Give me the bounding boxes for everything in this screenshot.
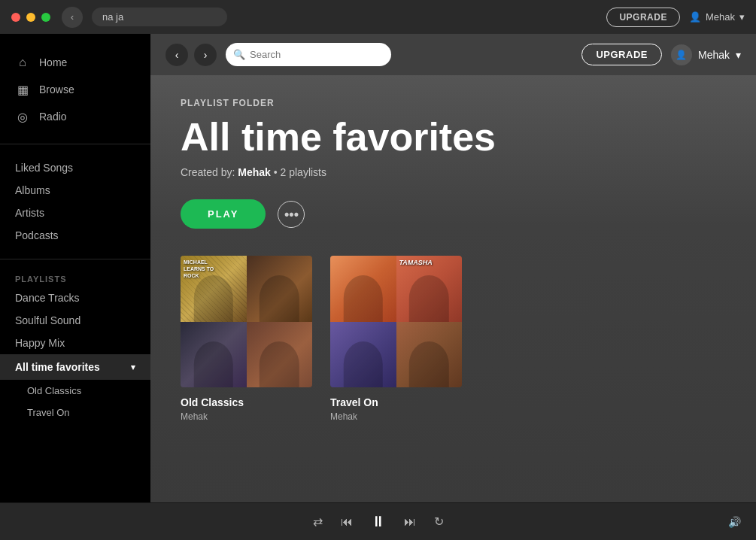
title-bar-right: UPGRADE 👤 Mehak ▾ [606, 8, 745, 27]
upgrade-button[interactable]: UPGRADE [581, 44, 662, 65]
upgrade-button-titlebar[interactable]: UPGRADE [606, 8, 680, 27]
browse-icon: ▦ [15, 82, 30, 97]
chevron-down-icon: ▾ [131, 363, 135, 372]
folder-type-label: PLAYLIST FOLDER [181, 98, 726, 108]
window-controls [11, 13, 50, 22]
playlists-count: 2 playlists [281, 166, 326, 178]
meta-separator: • [274, 166, 281, 178]
more-options-button[interactable]: ••• [278, 201, 305, 228]
user-label: Mehak [698, 49, 730, 61]
shuffle-icon[interactable]: ⇄ [313, 514, 323, 529]
play-button[interactable]: PLAY [181, 199, 266, 229]
minimize-button[interactable] [26, 13, 35, 22]
travel-on-cover: TAMASHA [330, 256, 462, 387]
avatar: 👤 [671, 44, 692, 65]
album-art-to4 [396, 322, 463, 388]
sidebar-item-albums[interactable]: Albums [0, 179, 150, 202]
creator-name: Mehak [238, 166, 271, 178]
sidebar: ⌂ Home ▦ Browse ◎ Radio Liked Songs Albu… [0, 34, 150, 502]
title-bar-nav: ‹ [62, 7, 83, 28]
sidebar-item-browse-label: Browse [39, 83, 74, 96]
topbar-nav: ‹ › [165, 44, 217, 66]
playlist-card-travel-on[interactable]: TAMASHA Travel On Mehak [330, 256, 462, 422]
user-menu[interactable]: 👤 Mehak ▾ [671, 44, 741, 65]
album-art-oc1: MICHAELLEARNS TOROCK [181, 256, 247, 322]
playlist-card-old-classics[interactable]: MICHAELLEARNS TOROCK [181, 256, 312, 422]
maximize-button[interactable] [41, 13, 50, 22]
user-menu-titlebar[interactable]: 👤 Mehak ▾ [689, 11, 745, 23]
title-bar: ‹ UPGRADE 👤 Mehak ▾ [0, 0, 756, 34]
sidebar-sub-items: Old Classics Travel On [0, 380, 150, 423]
created-by-label: Created by: [181, 166, 235, 178]
sidebar-item-podcasts[interactable]: Podcasts [0, 224, 150, 247]
old-classics-subtitle: Mehak [181, 411, 312, 422]
top-bar: ‹ › 🔍 UPGRADE 👤 Mehak ▾ [150, 34, 756, 75]
forward-button[interactable]: › [194, 44, 217, 66]
sidebar-item-old-classics[interactable]: Old Classics [0, 380, 150, 402]
sidebar-item-browse[interactable]: ▦ Browse [0, 76, 150, 103]
old-classics-title: Old Classics [181, 396, 312, 408]
album-art-oc2 [247, 256, 313, 322]
search-wrapper: 🔍 [226, 43, 391, 66]
sidebar-item-dance-tracks[interactable]: Dance Tracks [0, 287, 150, 309]
play-pause-icon[interactable]: ⏸ [371, 513, 386, 530]
playlist-content: PLAYLIST FOLDER All time favorites Creat… [150, 75, 756, 502]
sidebar-item-home[interactable]: ⌂ Home [0, 49, 150, 76]
volume-icon[interactable]: 🔊 [728, 516, 741, 528]
user-icon-titlebar: 👤 [689, 11, 701, 23]
volume-area: 🔊 [728, 516, 741, 528]
back-button[interactable]: ‹ [165, 44, 188, 66]
album-art-oc4 [247, 322, 313, 388]
album-art-to2: TAMASHA [396, 256, 463, 322]
sidebar-item-radio-label: Radio [39, 111, 67, 123]
old-classics-cover: MICHAELLEARNS TOROCK [181, 256, 312, 387]
back-button-titlebar[interactable]: ‹ [62, 7, 83, 28]
folder-meta: Created by: Mehak • 2 playlists [181, 166, 726, 178]
chevron-down-icon-titlebar: ▾ [739, 11, 745, 23]
content-area: ‹ › 🔍 UPGRADE 👤 Mehak ▾ PLAYLIST FOLDER … [150, 34, 756, 502]
home-icon: ⌂ [15, 55, 30, 70]
sidebar-library: Liked Songs Albums Artists Podcasts [0, 150, 150, 253]
active-playlist-label: All time favorites [15, 361, 100, 373]
repeat-icon[interactable]: ↻ [434, 514, 444, 529]
sidebar-nav: ⌂ Home ▦ Browse ◎ Radio [0, 41, 150, 138]
sidebar-item-home-label: Home [39, 56, 67, 68]
album-art-to1 [330, 256, 396, 322]
radio-icon: ◎ [15, 109, 30, 124]
user-label-titlebar: Mehak [706, 11, 735, 23]
chevron-down-icon-topbar: ▾ [736, 49, 741, 61]
main-layout: ⌂ Home ▦ Browse ◎ Radio Liked Songs Albu… [0, 34, 756, 502]
album-art-oc3 [181, 322, 247, 388]
previous-icon[interactable]: ⏮ [341, 515, 353, 529]
sidebar-item-soulful-sound[interactable]: Soulful Sound [0, 309, 150, 332]
playlists-grid: MICHAELLEARNS TOROCK [181, 256, 726, 422]
action-row: PLAY ••• [181, 199, 726, 229]
sidebar-item-radio[interactable]: ◎ Radio [0, 103, 150, 130]
sidebar-divider-1 [0, 144, 150, 144]
travel-on-title: Travel On [330, 396, 462, 408]
topbar-right: UPGRADE 👤 Mehak ▾ [581, 44, 741, 65]
next-icon[interactable]: ⏭ [404, 515, 416, 529]
album-art-to3 [330, 322, 396, 388]
playlists-section-label: PLAYLISTS [0, 265, 150, 287]
folder-title: All time favorites [181, 116, 726, 159]
sidebar-item-all-time-favorites[interactable]: All time favorites ▾ [0, 354, 150, 380]
search-input[interactable] [226, 43, 391, 66]
sidebar-divider-2 [0, 259, 150, 259]
player-bar: ⇄ ⏮ ⏸ ⏭ ↻ 🔊 [0, 502, 756, 540]
travel-on-subtitle: Mehak [330, 411, 462, 422]
sidebar-item-happy-mix[interactable]: Happy Mix [0, 332, 150, 354]
title-bar-search-input[interactable] [92, 8, 227, 26]
sidebar-item-artists[interactable]: Artists [0, 202, 150, 224]
close-button[interactable] [11, 13, 20, 22]
sidebar-item-liked-songs[interactable]: Liked Songs [0, 156, 150, 179]
sidebar-item-travel-on[interactable]: Travel On [0, 402, 150, 423]
